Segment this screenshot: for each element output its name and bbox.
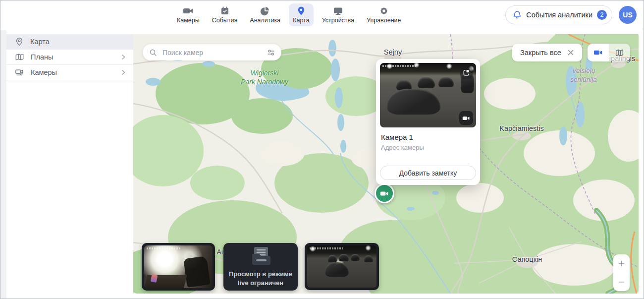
search-icon [149,49,157,57]
sidebar-item-label: Камеры [31,68,57,76]
camera-popup-card: Камера 1 Адрес камеры Добавить заметку [376,59,480,185]
nav-label: Карта [293,17,309,24]
map-layer-toggle[interactable] [609,44,630,61]
close-all-label: Закрыть все [520,49,561,57]
nav-item-management[interactable]: Управление [363,3,405,26]
nav-label: Устройства [322,17,354,24]
nav-label: События [212,17,238,24]
nav-label: Управление [367,17,401,24]
close-all-button[interactable]: Закрыть все [512,44,582,61]
camera-thumbnail-restricted[interactable]: Просмотр в режимеlive ограничен [223,243,298,291]
map-pin-outline-icon [15,37,24,46]
video-camera-icon [593,49,603,57]
timestamp-overlay [310,247,343,249]
nav-label: Аналитика [250,17,280,24]
nav-label: Камеры [177,17,200,24]
header-right: События аналитики 2 US [505,0,637,29]
map-pin-icon [296,5,306,16]
camera-layer-toggle[interactable] [588,44,609,61]
sidebar-list: Карта Планы Камеры [6,34,133,80]
camera-address: Адрес камеры [381,144,475,151]
bell-icon [513,10,522,19]
filter-sliders-icon[interactable] [267,48,275,57]
restricted-live-message: Просмотр в режимеlive ограничен [229,270,292,287]
zoom-out-button[interactable]: − [613,273,630,291]
sidebar-item-map[interactable]: Карта [6,34,133,50]
nav-item-cameras[interactable]: Камеры [173,3,204,26]
timestamp-overlay [382,65,416,67]
sidebar-item-label: Планы [31,53,53,61]
folded-map-icon [15,53,24,61]
camera-thumbnail-office[interactable] [142,243,215,291]
main-nav: Камеры События Аналитика Карта [173,0,405,29]
folded-map-icon [615,49,624,57]
cameras-group-icon [15,68,24,77]
search-input[interactable] [161,48,262,57]
analytics-events-button[interactable]: События аналитики 2 [505,5,612,24]
video-camera-icon [183,5,194,16]
camera-preview-image [144,245,213,288]
sidebar-item-cameras[interactable]: Камеры [6,65,133,80]
add-note-button[interactable]: Добавить заметку [380,166,476,180]
camera-type-badge-icon [459,111,473,125]
zoom-in-button[interactable]: + [613,254,630,273]
analytics-events-label: События аналитики [526,11,592,19]
camera-preview-image[interactable] [380,63,476,127]
pie-chart-icon [260,5,270,16]
nav-item-events[interactable]: События [208,3,242,26]
monitor-icon [333,5,343,16]
gear-icon [379,5,389,16]
events-calendar-icon [220,5,230,16]
camera-thumbnail-parking[interactable] [305,243,379,290]
nav-item-devices[interactable]: Устройства [318,3,358,26]
user-avatar[interactable]: US [619,6,637,24]
map-canvas[interactable]: Sejny WigierskiPark Narodowy Veisiejųsen… [133,34,639,294]
close-icon [567,49,574,56]
nav-item-analytics[interactable]: Аналитика [246,3,284,26]
timestamp-overlay [147,247,180,249]
chevron-right-icon [120,69,127,76]
sidebar-item-plans[interactable]: Планы [6,50,133,65]
events-count-badge: 2 [597,10,607,20]
camera-name: Камера 1 [381,133,475,141]
open-in-window-icon[interactable] [460,66,473,79]
sidebar: Карта Планы Камеры [0,30,133,299]
nav-item-map[interactable]: Карта [289,3,313,26]
chevron-right-icon [120,54,127,60]
map-zoom-controls: + − [613,254,630,291]
camera-map-marker[interactable] [375,183,394,203]
sidebar-item-label: Карта [30,38,50,46]
app-window: Камеры События Аналитика Карта [0,0,644,299]
archive-folder-icon [249,246,272,266]
video-camera-icon [380,190,389,197]
top-bar: Камеры События Аналитика Карта [0,0,644,29]
camera-preview-image [307,245,376,288]
camera-search-bar [143,44,281,60]
map-view-toggle [588,44,630,61]
